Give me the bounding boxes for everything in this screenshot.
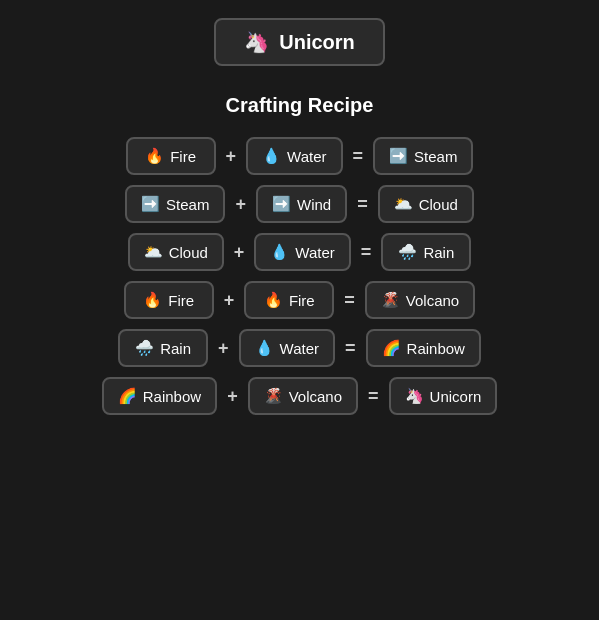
- recipe-6-result-label: Unicorn: [430, 388, 482, 405]
- recipe-6-right[interactable]: 🌋Volcano: [248, 377, 358, 415]
- recipe-5-right-icon: 💧: [255, 339, 274, 357]
- recipe-2-left[interactable]: ➡️Steam: [125, 185, 225, 223]
- recipe-1-left[interactable]: 🔥Fire: [126, 137, 216, 175]
- recipe-6-result[interactable]: 🦄Unicorn: [389, 377, 498, 415]
- recipe-4-right-icon: 🔥: [264, 291, 283, 309]
- recipe-1-result-icon: ➡️: [389, 147, 408, 165]
- recipe-3-result-icon: 🌧️: [398, 243, 417, 261]
- recipe-6-left-label: Rainbow: [143, 388, 201, 405]
- recipe-4-left[interactable]: 🔥Fire: [124, 281, 214, 319]
- recipe-6-result-icon: 🦄: [405, 387, 424, 405]
- recipe-row-5: 🌧️Rain+💧Water=🌈Rainbow: [118, 329, 481, 367]
- recipe-3-left-label: Cloud: [169, 244, 208, 261]
- recipe-3-right[interactable]: 💧Water: [254, 233, 350, 271]
- recipe-4-result[interactable]: 🌋Volcano: [365, 281, 475, 319]
- recipe-2-result-icon: 🌥️: [394, 195, 413, 213]
- recipe-4-result-label: Volcano: [406, 292, 459, 309]
- recipe-3-left-icon: 🌥️: [144, 243, 163, 261]
- recipe-5-result-label: Rainbow: [407, 340, 465, 357]
- recipe-2-right[interactable]: ➡️Wind: [256, 185, 347, 223]
- recipe-row-6: 🌈Rainbow+🌋Volcano=🦄Unicorn: [102, 377, 497, 415]
- plus-operator-3: +: [234, 242, 245, 263]
- unicorn-icon: 🦄: [244, 30, 269, 54]
- recipe-6-right-icon: 🌋: [264, 387, 283, 405]
- header-title: Unicorn: [279, 31, 355, 54]
- recipe-5-result[interactable]: 🌈Rainbow: [366, 329, 481, 367]
- plus-operator-4: +: [224, 290, 235, 311]
- recipe-2-right-label: Wind: [297, 196, 331, 213]
- recipe-row-2: ➡️Steam+➡️Wind=🌥️Cloud: [125, 185, 474, 223]
- recipe-row-3: 🌥️Cloud+💧Water=🌧️Rain: [128, 233, 472, 271]
- recipe-4-result-icon: 🌋: [381, 291, 400, 309]
- recipe-3-right-label: Water: [295, 244, 334, 261]
- recipe-4-left-label: Fire: [168, 292, 194, 309]
- recipe-3-result-label: Rain: [423, 244, 454, 261]
- recipe-3-result[interactable]: 🌧️Rain: [381, 233, 471, 271]
- recipe-1-left-icon: 🔥: [145, 147, 164, 165]
- plus-operator-5: +: [218, 338, 229, 359]
- recipe-5-right[interactable]: 💧Water: [239, 329, 335, 367]
- recipe-1-result[interactable]: ➡️Steam: [373, 137, 473, 175]
- recipe-4-left-icon: 🔥: [143, 291, 162, 309]
- equals-operator-1: =: [353, 146, 364, 167]
- recipe-2-left-icon: ➡️: [141, 195, 160, 213]
- plus-operator-1: +: [226, 146, 237, 167]
- recipe-5-result-icon: 🌈: [382, 339, 401, 357]
- equals-operator-5: =: [345, 338, 356, 359]
- recipe-6-left[interactable]: 🌈Rainbow: [102, 377, 217, 415]
- equals-operator-6: =: [368, 386, 379, 407]
- recipe-2-result-label: Cloud: [419, 196, 458, 213]
- recipe-1-left-label: Fire: [170, 148, 196, 165]
- recipe-2-right-icon: ➡️: [272, 195, 291, 213]
- recipe-row-1: 🔥Fire+💧Water=➡️Steam: [126, 137, 474, 175]
- equals-operator-3: =: [361, 242, 372, 263]
- recipe-6-right-label: Volcano: [289, 388, 342, 405]
- recipe-5-left-label: Rain: [160, 340, 191, 357]
- plus-operator-2: +: [235, 194, 246, 215]
- page-title: Crafting Recipe: [226, 94, 374, 117]
- recipe-1-result-label: Steam: [414, 148, 457, 165]
- recipe-2-left-label: Steam: [166, 196, 209, 213]
- recipe-1-right-icon: 💧: [262, 147, 281, 165]
- recipe-1-right-label: Water: [287, 148, 326, 165]
- recipes-container: 🔥Fire+💧Water=➡️Steam➡️Steam+➡️Wind=🌥️Clo…: [102, 137, 497, 415]
- recipe-2-result[interactable]: 🌥️Cloud: [378, 185, 474, 223]
- plus-operator-6: +: [227, 386, 238, 407]
- recipe-6-left-icon: 🌈: [118, 387, 137, 405]
- recipe-4-right-label: Fire: [289, 292, 315, 309]
- recipe-5-right-label: Water: [280, 340, 319, 357]
- recipe-5-left[interactable]: 🌧️Rain: [118, 329, 208, 367]
- equals-operator-4: =: [344, 290, 355, 311]
- recipe-4-right[interactable]: 🔥Fire: [244, 281, 334, 319]
- unicorn-header-button[interactable]: 🦄 Unicorn: [214, 18, 385, 66]
- recipe-3-right-icon: 💧: [270, 243, 289, 261]
- recipe-5-left-icon: 🌧️: [135, 339, 154, 357]
- recipe-row-4: 🔥Fire+🔥Fire=🌋Volcano: [124, 281, 475, 319]
- equals-operator-2: =: [357, 194, 368, 215]
- recipe-3-left[interactable]: 🌥️Cloud: [128, 233, 224, 271]
- recipe-1-right[interactable]: 💧Water: [246, 137, 342, 175]
